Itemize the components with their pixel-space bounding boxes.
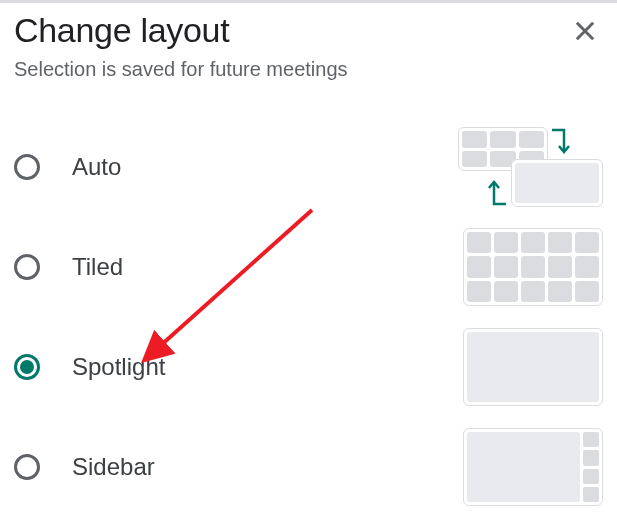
dialog-header: Change layout <box>14 11 603 50</box>
preview-sidebar <box>463 428 603 506</box>
close-icon <box>571 17 599 45</box>
layout-option-auto[interactable]: Auto <box>14 117 603 217</box>
option-label-auto: Auto <box>72 153 121 181</box>
option-label-sidebar: Sidebar <box>72 453 155 481</box>
auto-large-icon <box>511 159 603 207</box>
preview-auto <box>458 127 603 207</box>
radio-inner <box>20 360 34 374</box>
radio-auto[interactable] <box>14 154 40 180</box>
option-left: Sidebar <box>14 453 155 481</box>
preview-tiled <box>463 228 603 306</box>
layout-options: Auto <box>14 117 603 517</box>
option-left: Tiled <box>14 253 123 281</box>
radio-sidebar[interactable] <box>14 454 40 480</box>
change-layout-dialog: Change layout Selection is saved for fut… <box>0 3 617 517</box>
close-button[interactable] <box>567 13 603 49</box>
layout-option-tiled[interactable]: Tiled <box>14 217 603 317</box>
dialog-title: Change layout <box>14 11 229 50</box>
option-label-tiled: Tiled <box>72 253 123 281</box>
option-left: Auto <box>14 153 121 181</box>
radio-tiled[interactable] <box>14 254 40 280</box>
preview-spotlight <box>463 328 603 406</box>
layout-option-spotlight[interactable]: Spotlight <box>14 317 603 417</box>
option-left: Spotlight <box>14 353 165 381</box>
option-label-spotlight: Spotlight <box>72 353 165 381</box>
layout-option-sidebar[interactable]: Sidebar <box>14 417 603 517</box>
arrow-up-icon <box>488 177 508 207</box>
radio-spotlight[interactable] <box>14 354 40 380</box>
arrow-down-icon <box>550 127 570 157</box>
dialog-subtitle: Selection is saved for future meetings <box>14 58 603 81</box>
